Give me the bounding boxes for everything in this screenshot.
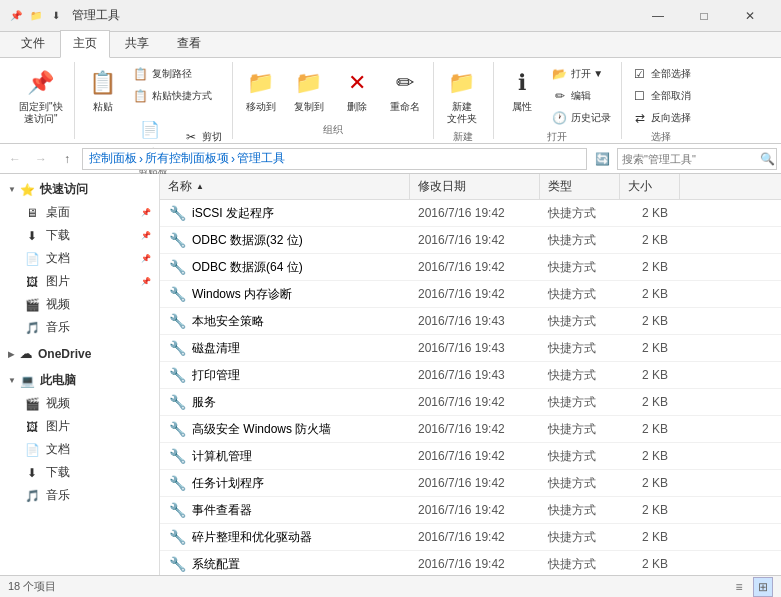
tab-share[interactable]: 共享 [112,30,162,57]
table-row[interactable]: 🔧 高级安全 Windows 防火墙 2016/7/16 19:42 快捷方式 … [160,416,781,443]
edit-button[interactable]: ✏ 编辑 [548,86,595,106]
sidebar-item-music-quick[interactable]: 🎵 音乐 [0,316,159,339]
table-row[interactable]: 🔧 服务 2016/7/16 19:42 快捷方式 2 KB [160,389,781,416]
back-button[interactable]: ← [4,148,26,170]
sidebar-item-documents-pc[interactable]: 📄 文档 [0,438,159,461]
table-row[interactable]: 🔧 计算机管理 2016/7/16 19:42 快捷方式 2 KB [160,443,781,470]
file-date-cell: 2016/7/16 19:42 [410,528,540,546]
selectnone-button[interactable]: ☐ 全部取消 [628,86,695,106]
file-name: 磁盘清理 [192,340,240,357]
history-button[interactable]: 🕐 历史记录 [548,108,615,128]
table-row[interactable]: 🔧 事件查看器 2016/7/16 19:42 快捷方式 2 KB [160,497,781,524]
thispc-label: 此电脑 [40,372,76,389]
col-type-label: 类型 [548,178,572,195]
music-pc-icon: 🎵 [24,488,40,504]
table-row[interactable]: 🔧 打印管理 2016/7/16 19:43 快捷方式 2 KB [160,362,781,389]
close-button[interactable]: ✕ [727,0,773,32]
file-date-cell: 2016/7/16 19:43 [410,312,540,330]
group-label-select: 选择 [628,130,695,144]
selectall-button[interactable]: ☑ 全部选择 [628,64,695,84]
table-row[interactable]: 🔧 ODBC 数据源(32 位) 2016/7/16 19:42 快捷方式 2 … [160,227,781,254]
sidebar-item-pictures-pc[interactable]: 🖼 图片 [0,415,159,438]
table-row[interactable]: 🔧 Windows 内存诊断 2016/7/16 19:42 快捷方式 2 KB [160,281,781,308]
rename-button[interactable]: ✏ 重命名 [383,64,427,116]
sidebar-item-music-pc[interactable]: 🎵 音乐 [0,484,159,507]
file-name-cell: 🔧 服务 [160,391,410,413]
copypath-button[interactable]: 📋 复制路径 [129,64,196,84]
sidebar-item-videos-pc[interactable]: 🎬 视频 [0,392,159,415]
window-controls: — □ ✕ [635,0,773,32]
sidebar-onedrive-header[interactable]: ▶ ☁ OneDrive [0,343,159,365]
downloads-icon: ⬇ [24,228,40,244]
table-row[interactable]: 🔧 iSCSI 发起程序 2016/7/16 19:42 快捷方式 2 KB [160,200,781,227]
videos-pc-icon: 🎬 [24,396,40,412]
view-large-button[interactable]: ⊞ [753,577,773,597]
invertselect-label: 反向选择 [651,111,691,125]
file-type-cell: 快捷方式 [540,203,620,224]
sidebar-thispc-header[interactable]: ▼ 💻 此电脑 [0,369,159,392]
file-name: 打印管理 [192,367,240,384]
newfolder-button[interactable]: 📁 新建文件夹 [440,64,484,128]
edit-label: 编辑 [571,89,591,103]
minimize-button[interactable]: — [635,0,681,32]
path-allpanel[interactable]: 所有控制面板项 [145,150,229,167]
search-input[interactable] [622,153,760,165]
tab-home[interactable]: 主页 [60,30,110,58]
sidebar-item-downloads-pc[interactable]: ⬇ 下载 [0,461,159,484]
col-header-date[interactable]: 修改日期 [410,174,540,199]
downloads-pc-label: 下载 [46,464,70,481]
col-header-type[interactable]: 类型 [540,174,620,199]
sidebar-item-desktop[interactable]: 🖥 桌面 📌 [0,201,159,224]
table-row[interactable]: 🔧 磁盘清理 2016/7/16 19:43 快捷方式 2 KB [160,335,781,362]
refresh-button[interactable]: 🔄 [591,148,613,170]
file-icon: 🔧 [168,501,186,519]
view-details-button[interactable]: ≡ [729,577,749,597]
path-controlpanel[interactable]: 控制面板 [89,150,137,167]
paste-button[interactable]: 📋 粘贴 [81,64,125,116]
open-button[interactable]: 📂 打开 ▼ [548,64,608,84]
file-icon: 🔧 [168,231,186,249]
file-icon: 🔧 [168,204,186,222]
moveto-button[interactable]: 📁 移动到 [239,64,283,116]
table-row[interactable]: 🔧 任务计划程序 2016/7/16 19:42 快捷方式 2 KB [160,470,781,497]
copyto-button[interactable]: 📁 复制到 [287,64,331,116]
sidebar-item-downloads[interactable]: ⬇ 下载 📌 [0,224,159,247]
table-row[interactable]: 🔧 系统配置 2016/7/16 19:42 快捷方式 2 KB [160,551,781,575]
file-area: 名称 ▲ 修改日期 类型 大小 🔧 iSCSI 发起程序 2016/7/16 1… [160,174,781,575]
invertselect-button[interactable]: ⇄ 反向选择 [628,108,695,128]
group-content-select: ☑ 全部选择 ☐ 全部取消 ⇄ 反向选择 [628,64,695,128]
col-header-name[interactable]: 名称 ▲ [160,174,410,199]
sidebar-quickaccess-header[interactable]: ▼ ⭐ 快速访问 [0,178,159,201]
address-path[interactable]: 控制面板 › 所有控制面板项 › 管理工具 [82,148,587,170]
sidebar-item-pictures[interactable]: 🖼 图片 📌 [0,270,159,293]
col-header-size[interactable]: 大小 [620,174,680,199]
properties-button[interactable]: ℹ 属性 [500,64,544,116]
pin-quickaccess-button[interactable]: 📌 固定到"快速访问" [14,64,68,128]
up-button[interactable]: ↑ [56,148,78,170]
path-admintools[interactable]: 管理工具 [237,150,285,167]
table-row[interactable]: 🔧 ODBC 数据源(64 位) 2016/7/16 19:42 快捷方式 2 … [160,254,781,281]
file-name: Windows 内存诊断 [192,286,292,303]
sidebar-item-documents[interactable]: 📄 文档 📌 [0,247,159,270]
ribbon-group-open: ℹ 属性 📂 打开 ▼ ✏ 编辑 🕐 历史记录 打开 [494,62,622,139]
table-row[interactable]: 🔧 本地安全策略 2016/7/16 19:43 快捷方式 2 KB [160,308,781,335]
documents-pin: 📌 [141,254,151,263]
pasteshortcut-button[interactable]: 📋 粘贴快捷方式 [129,86,216,106]
delete-button[interactable]: ✕ 删除 [335,64,379,116]
tab-file[interactable]: 文件 [8,30,58,57]
tab-view[interactable]: 查看 [164,30,214,57]
file-date-cell: 2016/7/16 19:42 [410,447,540,465]
properties-icon: ℹ [506,67,538,99]
file-date-cell: 2016/7/16 19:42 [410,474,540,492]
file-name-cell: 🔧 打印管理 [160,364,410,386]
table-row[interactable]: 🔧 碎片整理和优化驱动器 2016/7/16 19:42 快捷方式 2 KB [160,524,781,551]
delete-label: 删除 [347,101,367,113]
pasteshortcut-icon: 📋 [133,88,149,104]
sidebar: ▼ ⭐ 快速访问 🖥 桌面 📌 ⬇ 下载 📌 📄 文档 📌 🖼 图片 [0,174,160,575]
maximize-button[interactable]: □ [681,0,727,32]
pictures-pc-label: 图片 [46,418,70,435]
open-small-buttons: 📂 打开 ▼ ✏ 编辑 🕐 历史记录 [548,64,615,128]
group-content-organize: 📁 移动到 📁 复制到 ✕ 删除 ✏ 重命名 [239,64,427,121]
sidebar-item-videos-quick[interactable]: 🎬 视频 [0,293,159,316]
forward-button[interactable]: → [30,148,52,170]
